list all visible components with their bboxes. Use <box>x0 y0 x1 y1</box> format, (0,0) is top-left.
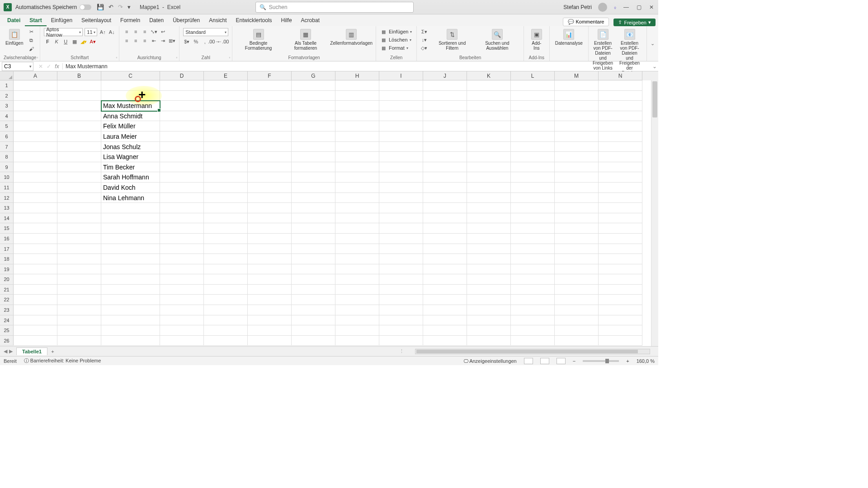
cell-L2[interactable] <box>511 91 555 101</box>
decrease-indent-icon[interactable]: ⇤ <box>150 37 157 44</box>
view-page-layout-button[interactable] <box>540 358 549 364</box>
cell-C15[interactable] <box>101 223 160 234</box>
cell-E8[interactable] <box>204 152 248 162</box>
cell-K13[interactable] <box>467 203 511 213</box>
menu-tab-daten[interactable]: Daten <box>145 15 168 26</box>
cell-H12[interactable] <box>335 193 379 203</box>
cell-D14[interactable] <box>160 213 204 224</box>
cell-E15[interactable] <box>204 223 248 234</box>
cell-C21[interactable] <box>101 285 160 295</box>
cell-D23[interactable] <box>160 305 204 315</box>
redo-icon[interactable]: ↷ <box>118 4 123 10</box>
cell-F4[interactable] <box>248 111 292 122</box>
currency-icon[interactable]: $▾ <box>183 38 190 45</box>
cell-E1[interactable] <box>204 80 248 91</box>
cell-E20[interactable] <box>204 274 248 285</box>
cell-N1[interactable] <box>599 80 642 91</box>
cell-E17[interactable] <box>204 244 248 254</box>
cell-E5[interactable] <box>204 121 248 131</box>
cell-A17[interactable] <box>14 244 57 254</box>
cell-M9[interactable] <box>555 162 599 173</box>
cell-D13[interactable] <box>160 203 204 213</box>
column-header-D[interactable]: D <box>160 71 204 80</box>
cell-A25[interactable] <box>14 325 57 336</box>
cell-C12[interactable]: Nina Lehmann <box>101 193 160 203</box>
border-icon[interactable]: ▦ <box>71 38 78 45</box>
save-icon[interactable]: 💾 <box>97 4 104 10</box>
cell-N23[interactable] <box>599 305 642 315</box>
cell-D8[interactable] <box>160 152 204 162</box>
cell-I14[interactable] <box>379 213 423 224</box>
cell-M17[interactable] <box>555 244 599 254</box>
cell-H1[interactable] <box>335 80 379 91</box>
row-header-25[interactable]: 25 <box>0 325 14 336</box>
cell-M12[interactable] <box>555 193 599 203</box>
cell-M25[interactable] <box>555 325 599 336</box>
close-button[interactable]: ✕ <box>648 4 655 10</box>
cell-K6[interactable] <box>467 131 511 142</box>
insert-cells-button[interactable]: ▦Einfügen▾ <box>380 28 413 35</box>
cell-H14[interactable] <box>335 213 379 224</box>
cell-I20[interactable] <box>379 274 423 285</box>
cell-D3[interactable] <box>160 101 204 111</box>
cell-G14[interactable] <box>292 213 335 224</box>
cell-C8[interactable]: Lisa Wagner <box>101 152 160 162</box>
cell-J6[interactable] <box>423 131 467 142</box>
cell-G21[interactable] <box>292 285 335 295</box>
cell-C25[interactable] <box>101 325 160 336</box>
increase-decimal-icon[interactable]: .00→ <box>210 38 217 45</box>
comma-icon[interactable]: , <box>201 38 208 45</box>
cell-H25[interactable] <box>335 325 379 336</box>
row-header-4[interactable]: 4 <box>0 111 14 122</box>
cell-M6[interactable] <box>555 131 599 142</box>
cell-A4[interactable] <box>14 111 57 122</box>
cell-N18[interactable] <box>599 254 642 264</box>
cell-A23[interactable] <box>14 305 57 315</box>
cell-B16[interactable] <box>57 234 101 244</box>
dialog-launcher-icon[interactable]: ▫ <box>37 56 38 60</box>
cell-I4[interactable] <box>379 111 423 122</box>
cell-B26[interactable] <box>57 336 101 346</box>
cell-J26[interactable] <box>423 336 467 346</box>
cell-B13[interactable] <box>57 203 101 213</box>
cell-H23[interactable] <box>335 305 379 315</box>
cell-N8[interactable] <box>599 152 642 162</box>
cell-K24[interactable] <box>467 315 511 326</box>
cell-J14[interactable] <box>423 213 467 224</box>
cell-K7[interactable] <box>467 142 511 152</box>
cell-K23[interactable] <box>467 305 511 315</box>
cell-I16[interactable] <box>379 234 423 244</box>
cell-H11[interactable] <box>335 183 379 193</box>
cell-N15[interactable] <box>599 223 642 234</box>
cell-L15[interactable] <box>511 223 555 234</box>
cell-D20[interactable] <box>160 274 204 285</box>
cell-L26[interactable] <box>511 336 555 346</box>
cell-K21[interactable] <box>467 285 511 295</box>
column-header-G[interactable]: G <box>292 71 335 80</box>
cell-A15[interactable] <box>14 223 57 234</box>
cell-F12[interactable] <box>248 193 292 203</box>
decrease-font-icon[interactable]: A↓ <box>108 28 115 36</box>
cell-H16[interactable] <box>335 234 379 244</box>
view-page-break-button[interactable] <box>557 358 566 364</box>
cell-F21[interactable] <box>248 285 292 295</box>
cell-B18[interactable] <box>57 254 101 264</box>
zoom-in-button[interactable]: + <box>626 358 629 364</box>
cell-L25[interactable] <box>511 325 555 336</box>
cell-M23[interactable] <box>555 305 599 315</box>
diamond-icon[interactable]: ⬨ <box>613 4 617 10</box>
cell-C6[interactable]: Laura Meier <box>101 131 160 142</box>
cell-F7[interactable] <box>248 142 292 152</box>
cell-L3[interactable] <box>511 101 555 111</box>
cell-F16[interactable] <box>248 234 292 244</box>
user-avatar[interactable] <box>598 3 607 12</box>
cell-G15[interactable] <box>292 223 335 234</box>
cell-E21[interactable] <box>204 285 248 295</box>
cell-B1[interactable] <box>57 80 101 91</box>
cell-B10[interactable] <box>57 172 101 183</box>
user-name[interactable]: Stefan Petri <box>563 4 592 10</box>
view-normal-button[interactable] <box>524 358 533 364</box>
cell-K2[interactable] <box>467 91 511 101</box>
column-header-L[interactable]: L <box>511 71 555 80</box>
column-header-C[interactable]: C <box>101 71 160 80</box>
